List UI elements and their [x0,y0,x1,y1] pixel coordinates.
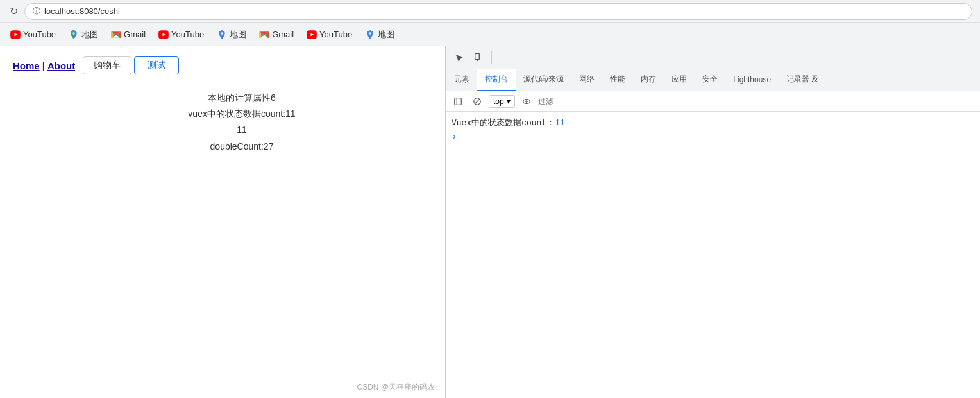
map-icon-1 [69,30,79,40]
bookmark-map-1[interactable]: 地图 [63,26,103,43]
devtools-toolbar [446,46,980,69]
nav-separator: | [42,60,45,71]
console-eye-button[interactable] [519,94,534,109]
bookmark-map-2-label: 地图 [230,29,246,40]
bookmark-youtube-1-label: YouTube [23,30,56,39]
page-content: 本地的计算属性6 vuex中的状态数据count:11 11 doubleCou… [0,85,445,155]
tab-recorder[interactable]: 记录器 及 [779,69,827,91]
svg-point-0 [72,32,74,34]
console-toolbar: top ▾ [446,91,980,112]
svg-rect-5 [475,53,480,59]
top-context-selector[interactable]: top ▾ [489,95,515,108]
tab-application[interactable]: 应用 [664,69,695,91]
test-button[interactable]: 测试 [134,56,179,74]
clear-console-button[interactable] [469,94,485,109]
tab-lighthouse[interactable]: Lighthouse [725,69,779,91]
bookmark-map-2[interactable]: 地图 [212,26,251,43]
sidebar-icon [453,97,462,106]
svg-point-4 [369,32,371,34]
cart-button[interactable]: 购物车 [83,56,131,74]
console-expand-arrow[interactable]: › [446,130,980,143]
youtube-icon-2 [158,30,169,40]
vuex-count-text: vuex中的状态数据count:11 [51,106,432,122]
svg-point-12 [525,100,528,103]
tab-memory[interactable]: 内存 [633,69,664,91]
ban-icon [473,97,482,106]
tab-security[interactable]: 安全 [695,69,725,91]
console-text-1: Vuex中的状态数据count：11 [452,117,565,128]
bookmark-map-3-label: 地图 [378,29,394,40]
webpage-panel: Home | About 购物车 测试 本地的计算属性6 vuex中的状态数据c… [0,46,446,398]
reload-button[interactable]: ↻ [8,6,19,17]
youtube-icon-1 [10,30,21,40]
console-filter-input[interactable] [538,97,976,106]
svg-line-10 [475,99,480,103]
bookmark-youtube-3[interactable]: YouTube [301,27,357,42]
youtube-icon-3 [307,30,317,40]
svg-rect-7 [455,98,462,105]
bookmark-youtube-2-label: YouTube [171,30,204,39]
bookmark-youtube-1[interactable]: YouTube [5,27,61,42]
eye-icon [522,97,531,106]
toolbar-separator-1 [491,51,492,64]
tab-elements[interactable]: 元素 [446,69,477,91]
tab-network[interactable]: 网络 [571,69,602,91]
svg-rect-6 [477,60,477,61]
bookmarks-bar: YouTube 地图 Gmail YouTube [0,23,980,46]
page-navigation: Home | About 购物车 测试 [0,46,445,85]
local-computed-text: 本地的计算属性6 [51,90,432,106]
map-icon-3 [365,30,375,40]
bookmark-gmail-1[interactable]: Gmail [106,27,151,42]
main-layout: Home | About 购物车 测试 本地的计算属性6 vuex中的状态数据c… [0,46,980,398]
double-count-text: doubleCount:27 [51,139,432,155]
bookmark-youtube-3-label: YouTube [319,30,352,39]
gmail-icon-2 [259,30,269,40]
cursor-icon [454,53,464,63]
about-link[interactable]: About [47,60,75,71]
browser-address-bar: ↻ ⓘ localhost:8080/ceshi [0,0,980,23]
svg-point-2 [221,32,223,34]
bookmark-gmail-2-label: Gmail [272,30,294,39]
count-value-text: 11 [51,122,432,138]
console-sidebar-toggle[interactable] [450,94,466,109]
lock-icon: ⓘ [33,6,40,17]
bookmark-gmail-2[interactable]: Gmail [254,27,299,42]
tab-console[interactable]: 控制台 [477,69,516,91]
address-bar[interactable]: ⓘ localhost:8080/ceshi [24,3,972,20]
devtools-panel: 元素 控制台 源代码/来源 网络 性能 内存 应用 安全 Lighthouse … [446,46,980,398]
map-icon-2 [217,30,227,40]
bookmark-youtube-2[interactable]: YouTube [153,27,209,42]
top-context-label: top [493,97,504,106]
top-dropdown-arrow: ▾ [507,97,511,106]
devtools-tabs: 元素 控制台 源代码/来源 网络 性能 内存 应用 安全 Lighthouse … [446,69,980,91]
tab-sources[interactable]: 源代码/来源 [516,69,571,91]
device-icon [473,53,484,63]
bookmark-map-3[interactable]: 地图 [360,26,400,43]
console-log-line-1: Vuex中的状态数据count：11 [446,116,980,130]
bookmark-map-1-label: 地图 [81,29,98,40]
watermark: CSDN @天秤座的码农 [357,382,435,393]
tab-performance[interactable]: 性能 [602,69,633,91]
inspect-element-button[interactable] [450,49,468,67]
url-text: localhost:8080/ceshi [44,6,120,16]
device-toggle-button[interactable] [469,49,487,67]
home-link[interactable]: Home [13,60,40,71]
bookmark-gmail-1-label: Gmail [124,30,146,39]
gmail-icon-1 [111,30,121,40]
console-output: Vuex中的状态数据count：11 › [446,112,980,398]
